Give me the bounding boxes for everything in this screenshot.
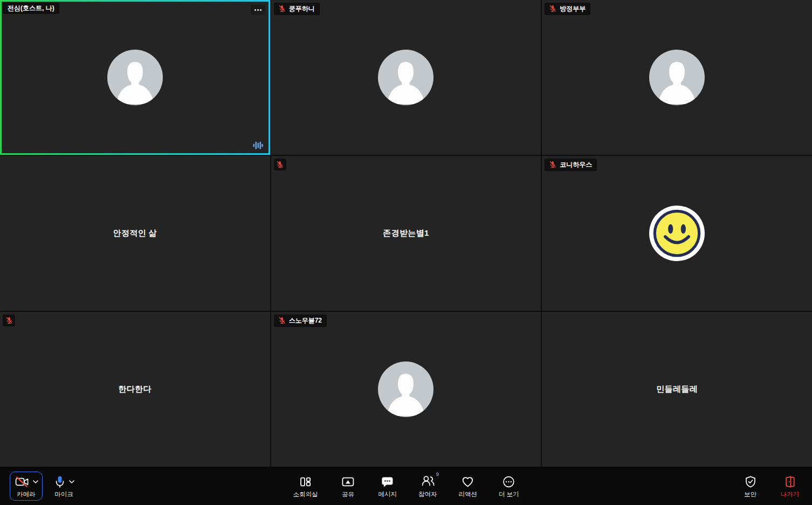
participant-tile[interactable]: 코니하우스	[542, 156, 812, 311]
participant-name: 안정적인 삶	[113, 228, 157, 238]
participant-nameplate: 방정부부	[545, 3, 590, 15]
chat-label: 메시지	[378, 492, 397, 498]
muted-mic-icon	[278, 317, 286, 324]
breakout-rooms-button[interactable]: 소회의실	[288, 472, 322, 501]
participant-tile[interactable]: 한다한다	[0, 312, 270, 467]
leave-label: 나가기	[781, 492, 800, 498]
shield-check-icon	[744, 475, 757, 488]
share-screen-button[interactable]: 공유	[335, 472, 361, 501]
participant-tile[interactable]: 스노우볼72	[271, 312, 541, 467]
participant-nameplate: 스노우볼72	[274, 315, 327, 327]
camera-button[interactable]: 카메라	[10, 472, 43, 501]
security-label: 보안	[744, 492, 756, 498]
toolbar-center-group: 소회의실 공유 메시지	[288, 467, 523, 505]
participant-nameplate: 전심(호스트, 나)	[3, 3, 59, 14]
participant-tile-host[interactable]: 전심(호스트, 나)	[0, 0, 270, 155]
participant-name: 존경받는별1	[383, 228, 429, 238]
participant-name: 방정부부	[560, 5, 586, 12]
participant-tile[interactable]: 민들레들레	[542, 312, 812, 467]
audio-wave-icon	[253, 141, 263, 150]
avatar	[107, 50, 163, 105]
muted-mic-icon	[276, 161, 284, 168]
breakout-rooms-label: 소회의실	[293, 492, 318, 498]
camera-off-icon	[14, 475, 30, 488]
smiley-avatar	[649, 206, 705, 261]
tile-more-button[interactable]	[251, 5, 265, 15]
reactions-button[interactable]: 리액션	[454, 472, 481, 501]
participant-tile[interactable]: 쿵푸하니	[271, 0, 541, 155]
video-grid: 전심(호스트, 나) 쿵푸하니 방정부부 안	[0, 0, 812, 467]
participants-icon	[421, 474, 435, 487]
more-ellipsis-icon	[503, 475, 515, 488]
participant-nameplate: 쿵푸하니	[274, 3, 320, 15]
muted-mic-icon	[549, 5, 556, 12]
participant-name: 전심(호스트, 나)	[8, 5, 54, 11]
muted-mic-icon	[5, 317, 13, 324]
toolbar-right-group: 보안 나가기	[738, 467, 804, 505]
muted-mic-badge	[3, 315, 15, 326]
microphone-button-label: 마이크	[54, 492, 73, 498]
share-screen-icon	[341, 475, 355, 488]
reactions-label: 리액션	[458, 492, 477, 498]
participants-label: 참여자	[418, 492, 437, 498]
participant-name: 한다한다	[119, 384, 152, 394]
muted-mic-icon	[549, 161, 556, 168]
share-screen-label: 공유	[342, 492, 354, 498]
heart-icon	[462, 475, 474, 488]
participant-name: 코니하우스	[560, 161, 592, 168]
muted-mic-badge	[274, 159, 286, 170]
camera-button-label: 카메라	[17, 492, 36, 498]
participant-tile[interactable]: 방정부부	[542, 0, 812, 155]
participant-tile[interactable]: 존경받는별1	[271, 156, 541, 311]
avatar	[649, 50, 705, 105]
microphone-button[interactable]: 마이크	[49, 472, 79, 501]
participant-name: 스노우볼72	[289, 317, 322, 324]
toolbar-left-group: 카메라 마이크	[10, 467, 79, 505]
participant-nameplate: 코니하우스	[545, 159, 597, 171]
breakout-rooms-icon	[299, 475, 312, 488]
more-dots-icon	[254, 9, 262, 11]
leave-door-icon	[783, 475, 796, 488]
participant-name: 쿵푸하니	[289, 5, 315, 12]
chevron-down-icon[interactable]	[69, 480, 74, 483]
more-label: 더 보기	[499, 492, 519, 498]
participant-tile[interactable]: 안정적인 삶	[0, 156, 270, 311]
security-button[interactable]: 보안	[738, 472, 763, 501]
participants-count-badge: 9	[436, 471, 439, 477]
avatar	[378, 361, 433, 417]
chevron-down-icon[interactable]	[33, 480, 38, 483]
more-button[interactable]: 더 보기	[494, 472, 524, 501]
participant-name: 민들레들레	[656, 384, 698, 394]
avatar	[378, 50, 433, 105]
leave-button[interactable]: 나가기	[776, 472, 804, 501]
participants-button[interactable]: 9 참여자	[414, 472, 442, 501]
muted-mic-icon	[278, 5, 286, 12]
microphone-icon	[53, 475, 66, 488]
chat-bubble-icon	[381, 475, 394, 488]
chat-button[interactable]: 메시지	[374, 472, 401, 501]
meeting-toolbar: 카메라 마이크	[0, 467, 812, 505]
